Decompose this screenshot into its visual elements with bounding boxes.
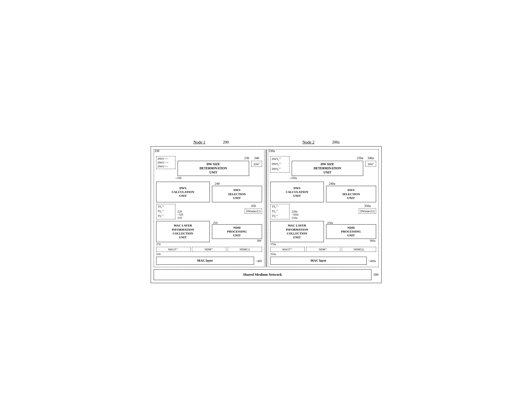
ref-330: 330 [155, 149, 159, 153]
dw-box: DWi [251, 161, 262, 167]
dws-I-label: DWSIi-1 [158, 165, 174, 168]
ndm1-box: NDMi(1) [228, 247, 262, 252]
ref-240: 240 [215, 182, 220, 186]
node1-ref: 200 [223, 140, 229, 144]
dw-size-unit: DW SIZEDETERMINATIONUNIT [178, 161, 249, 176]
ts-C-label-2: TSCi-1 [272, 209, 288, 214]
ref-220: 220 [178, 210, 183, 213]
diagram-container: Node 1 200 Node 2 200a 330 [142, 129, 390, 292]
ts-C-label: TSCi-1 [158, 209, 174, 214]
node2-ref: 200a [332, 140, 340, 144]
ref-320: ~320 [178, 213, 183, 216]
ref-240a: 240a [329, 182, 335, 186]
dws-sel-unit: DWSSELECTIONUNIT [212, 186, 262, 202]
ndm-prev-box: NDMi-1 [192, 247, 226, 252]
dwindex2-box: DWindexi(2) [359, 209, 376, 214]
ref-360: 360 [212, 239, 262, 242]
ref-310a: 310a [270, 252, 376, 256]
shared-medium-box: Shared Medium Network [154, 269, 371, 280]
ref-310: 310 [156, 252, 262, 256]
ref-250: 250 [213, 221, 218, 224]
ref-340: 340 [254, 156, 259, 160]
dws-T-label: DWSTi-1 [158, 157, 174, 160]
ref-330a-tilde: ~330a [290, 176, 376, 179]
node1-label: Node 1 [193, 140, 205, 144]
ref-230: 230 [178, 156, 249, 160]
node2-label: Node 2 [302, 140, 315, 144]
mac-layer-box1: MAC layer [156, 257, 254, 265]
ndm-proc-unit: NDMPROCESSINGUNIT [212, 224, 262, 239]
ts-I-label-2: TSIi-1 [272, 214, 288, 218]
dwindex-box: DWindexi(1) [245, 209, 262, 214]
ndm2-box: NDMi(2) [342, 247, 376, 252]
dws-C-label-2: DWSCi-1 [272, 162, 288, 166]
ref-400a: ~400a [368, 259, 376, 262]
dws-calc-unit-2: DWSCALCULATIONUNIT [270, 182, 324, 202]
ref-330a: 330a [269, 149, 275, 153]
ref-370: 370 [156, 242, 161, 246]
ndm-prev-box-2: NDMi-1 [306, 247, 340, 252]
mac-layer-unit-2: MAC LAYERINFORMATIONCOLLECTIONUNIT [270, 221, 324, 242]
ts-I-label: TSIi-1 [158, 214, 174, 218]
dw-size-unit-2: DW SIZEDETERMINATIONUNIT [292, 161, 363, 176]
ref-500: 500 [374, 273, 379, 277]
ref-330-tilde: ~330 [175, 176, 262, 179]
ref-370a: 370a [270, 242, 376, 246]
dws-I-label-2: DWSIi-1 [272, 167, 288, 171]
vertical-divider [266, 149, 266, 267]
ts-T-label: TSTi-1 [158, 205, 174, 209]
ref-320a: ~320a [292, 213, 299, 216]
macf-box: MACFi-1 [156, 247, 191, 252]
ref-210a: 210a [292, 216, 299, 219]
macf-box-2: MACFi-1 [270, 247, 305, 252]
ref-350a: 350a [364, 204, 371, 208]
dws-calc-unit: DWSCALCULATIONUNIT [156, 182, 210, 202]
ts-T-label-2: TSTi-1 [272, 205, 288, 209]
dws-T-label-2: DWSTi-1 [272, 157, 288, 161]
ndm-proc-unit-2: NDMPROCESSINGUNIT [326, 224, 376, 239]
ref-250a: 250a [327, 221, 333, 224]
dws-sel-unit-2: DWSSELECTIONUNIT [326, 186, 376, 202]
ref-230a: 230a [292, 156, 363, 160]
ref-360a: 360a [326, 239, 376, 242]
mac-layer-unit: MAC LAYERINFORMATIONCOLLECTIONUNIT [156, 221, 210, 242]
dws-C-label: DWSCi-1 [158, 161, 174, 164]
ref-350: 350 [251, 204, 256, 208]
ref-210: 210 [178, 216, 183, 219]
ref-400: ~400 [256, 259, 262, 262]
ref-220a: 220a [292, 210, 299, 213]
ref-340a: 340a [368, 156, 374, 160]
mac-layer-box2: MAC layer [270, 257, 367, 265]
dw-box-2: DWi [365, 161, 376, 167]
